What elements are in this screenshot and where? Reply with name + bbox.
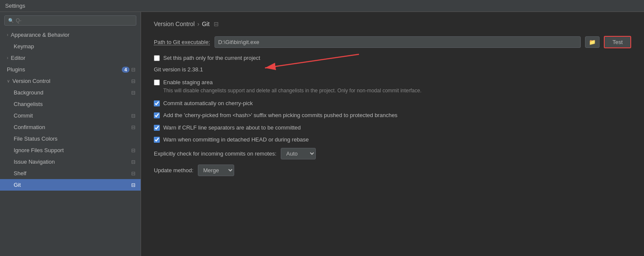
gear-icon: ⊟ <box>131 78 135 84</box>
test-button-label: Test <box>612 39 623 45</box>
sidebar-item-file-status-colors[interactable]: File Status Colors <box>0 133 141 144</box>
sidebar-item-editor[interactable]: › Editor <box>0 52 141 64</box>
warn-crlf-checkbox[interactable] <box>154 125 160 131</box>
gear-icon: ⊟ <box>131 147 135 153</box>
sidebar-item-version-control[interactable]: ∨ Version Control ⊟ <box>0 75 141 87</box>
gear-icon: ⊟ <box>131 90 135 96</box>
sidebar-item-label: Keymap <box>14 43 34 50</box>
breadcrumb-part2: Git <box>202 21 209 27</box>
cherry-pick-row: Commit automatically on cherry-pick <box>154 100 631 107</box>
incoming-commits-select[interactable]: Auto Always Never <box>281 148 316 159</box>
cherry-pick-label[interactable]: Commit automatically on cherry-pick <box>163 100 253 107</box>
title-bar: Settings <box>0 0 644 12</box>
test-button[interactable]: Test <box>604 36 631 48</box>
folder-icon: 📁 <box>589 39 596 45</box>
sidebar-item-label: Confirmation <box>14 124 45 130</box>
git-version-text: Git version is 2.38.1 <box>154 66 631 73</box>
incoming-commits-label: Explicitly check for incoming commits on… <box>154 150 276 157</box>
enable-staging-label[interactable]: Enable staging area <box>163 79 213 86</box>
sidebar-item-label: Version Control <box>12 78 50 84</box>
warn-crlf-row: Warn if CRLF line separators are about t… <box>154 124 631 132</box>
sidebar-item-label: Issue Navigation <box>14 159 55 165</box>
gear-icon: ⊟ <box>131 182 135 188</box>
update-method-row: Update method: Merge Rebase <box>154 165 631 176</box>
search-input[interactable] <box>16 18 132 24</box>
cherry-picked-suffix-checkbox[interactable] <box>154 112 160 118</box>
update-method-label: Update method: <box>154 167 194 174</box>
sidebar-item-label: Changelists <box>14 101 43 107</box>
sidebar-item-git[interactable]: Git ⊟ <box>0 179 141 191</box>
set-path-label[interactable]: Set this path only for the current proje… <box>163 54 260 62</box>
cherry-picked-suffix-row: Add the 'cherry-picked from <hash>' suff… <box>154 112 631 119</box>
sidebar-item-shelf[interactable]: Shelf ⊟ <box>0 168 141 179</box>
enable-staging-hint: This will disable changelists support an… <box>163 87 631 94</box>
sidebar-item-issue-navigation[interactable]: Issue Navigation ⊟ <box>0 156 141 168</box>
warn-detached-row: Warn when committing in detached HEAD or… <box>154 136 631 144</box>
gear-icon: ⊟ <box>131 67 135 73</box>
sidebar-item-background[interactable]: Background ⊟ <box>0 87 141 98</box>
gear-icon: ⊟ <box>131 159 135 165</box>
sidebar-item-label: Background <box>14 89 43 96</box>
sidebar-item-label: Shelf <box>14 170 26 177</box>
warn-crlf-label[interactable]: Warn if CRLF line separators are about t… <box>163 124 301 132</box>
breadcrumb-separator: › <box>197 21 200 27</box>
sidebar-item-plugins[interactable]: Plugins 4 ⊟ <box>0 64 141 75</box>
breadcrumb-part1: Version Control <box>154 21 195 27</box>
sidebar-item-label: Git <box>14 182 21 188</box>
sidebar-item-label: File Status Colors <box>14 135 58 142</box>
sidebar-item-appearance[interactable]: › Appearance & Behavior <box>0 29 141 41</box>
warn-detached-checkbox[interactable] <box>154 137 160 143</box>
sidebar-item-label: Commit <box>14 112 33 119</box>
incoming-commits-row: Explicitly check for incoming commits on… <box>154 148 631 159</box>
sidebar-item-keymap[interactable]: Keymap <box>0 41 141 52</box>
sidebar-item-confirmation[interactable]: Confirmation ⊟ <box>0 121 141 133</box>
sidebar-item-label: Appearance & Behavior <box>11 32 69 38</box>
sidebar-item-ignore-files[interactable]: Ignore Files Support ⊟ <box>0 144 141 156</box>
set-path-row: Set this path only for the current proje… <box>154 54 631 62</box>
warn-detached-label[interactable]: Warn when committing in detached HEAD or… <box>163 136 309 144</box>
cherry-pick-checkbox[interactable] <box>154 100 160 106</box>
gear-icon: ⊟ <box>131 113 135 119</box>
sidebar-item-label: Plugins <box>7 66 25 73</box>
set-path-checkbox[interactable] <box>154 55 160 61</box>
enable-staging-row: Enable staging area <box>154 79 631 86</box>
chevron-down-icon: ∨ <box>7 79 10 83</box>
git-path-row: Path to Git executable: 📁 Test <box>154 36 631 48</box>
git-path-label: Path to Git executable: <box>154 39 210 45</box>
window-icon: ⊟ <box>214 21 219 27</box>
search-box[interactable]: 🔍 <box>4 15 136 26</box>
enable-staging-checkbox[interactable] <box>154 79 160 85</box>
cherry-picked-suffix-label[interactable]: Add the 'cherry-picked from <hash>' suff… <box>163 112 397 119</box>
main-content: Version Control › Git ⊟ Path to Git exec… <box>141 12 644 256</box>
search-icon: 🔍 <box>8 18 14 24</box>
update-method-select[interactable]: Merge Rebase <box>198 165 234 176</box>
git-path-input[interactable] <box>215 36 581 48</box>
sidebar-item-commit[interactable]: Commit ⊟ <box>0 110 141 121</box>
gear-icon: ⊟ <box>131 124 135 130</box>
title-label: Settings <box>5 3 25 9</box>
plugins-badge: 4 <box>122 67 129 73</box>
sidebar-item-changelists[interactable]: Changelists <box>0 98 141 110</box>
folder-button[interactable]: 📁 <box>585 36 600 48</box>
chevron-right-icon: › <box>7 32 8 37</box>
sidebar: 🔍 › Appearance & Behavior Keymap › Edito… <box>0 12 141 256</box>
chevron-right-icon: › <box>7 56 8 60</box>
breadcrumb: Version Control › Git ⊟ <box>154 21 631 27</box>
sidebar-item-label: Ignore Files Support <box>14 147 64 153</box>
sidebar-item-label: Editor <box>11 55 25 61</box>
gear-icon: ⊟ <box>131 171 135 177</box>
